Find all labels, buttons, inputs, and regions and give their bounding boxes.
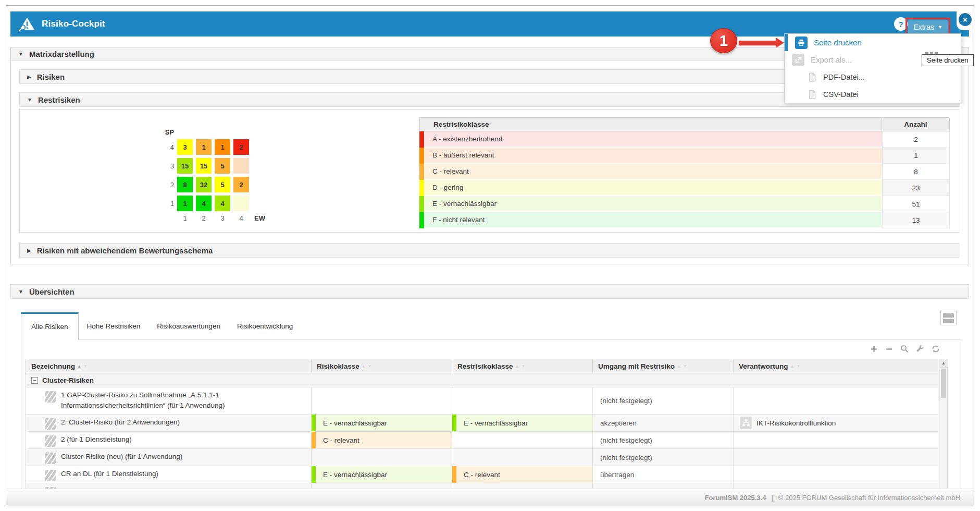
tab-risikoauswertungen[interactable]: Risikoauswertungen (148, 312, 229, 339)
risk-name: 2 (für 1 Dienstleistung) (61, 434, 132, 445)
handling-text: (nicht festgelegt) (600, 397, 652, 405)
matrix-cell[interactable]: 5 (215, 158, 230, 174)
risk-table-row[interactable]: 1 GAP-Cluster-Risiko zu Sollmaßnahme „A.… (26, 387, 938, 415)
matrix-cell[interactable]: 5 (215, 177, 230, 192)
matrix-cell[interactable]: 1 (215, 139, 230, 155)
sort-desc-icon[interactable]: ▼ (522, 364, 526, 369)
sort-desc-icon[interactable]: ▼ (368, 364, 372, 369)
sort-asc-icon[interactable]: ▲ (515, 364, 519, 369)
refresh-icon[interactable] (932, 345, 940, 353)
menu-item-label: Export als... (811, 55, 852, 64)
matrix-row: 1144 (160, 196, 273, 211)
close-button[interactable]: × (959, 13, 972, 26)
restrisiken-content: SP4311231515528325211441234EW Restrisiko… (19, 109, 960, 233)
matrix-y-axis-label: SP (160, 128, 174, 136)
tab-alle-risiken[interactable]: Alle Risiken (21, 312, 79, 339)
risk-name: Cluster-Risiko (neu) (für 1 Anwendung) (61, 452, 182, 462)
responsibility-cell (734, 466, 938, 483)
responsibility-cell (734, 387, 938, 414)
matrix-cell[interactable]: 1 (177, 196, 193, 211)
residual-class-row[interactable]: C - relevant8 (419, 164, 950, 180)
matrix-cell[interactable]: 1 (196, 139, 212, 155)
list-view-toggle-icon[interactable] (940, 311, 957, 325)
section-label: Matrixdarstellung (29, 50, 94, 58)
section-header-uebersichten[interactable]: ▼ Übersichten (10, 284, 969, 299)
column-header-bezeichnung[interactable]: Bezeichnung▲▼ (26, 359, 312, 373)
residual-class-row[interactable]: F - nicht relevant13 (419, 212, 950, 228)
risk-table-row[interactable]: Cluster-Risiko (neu) (für 1 Anwendung)(n… (26, 449, 938, 466)
app-header: Risiko-Cockpit ? Extras ▼ (10, 11, 969, 36)
sort-asc-icon[interactable]: ▲ (677, 364, 681, 369)
class-color-marker (312, 466, 316, 483)
settings-wrench-icon[interactable] (916, 345, 924, 353)
matrix-cell[interactable] (233, 196, 249, 211)
remove-icon[interactable] (885, 345, 893, 353)
scrollbar-thumb[interactable] (941, 369, 946, 398)
column-header-verantwortung[interactable]: Verantwortung▲▼ (734, 359, 938, 373)
footer-version: ForumISM 2025.3.4 (705, 494, 766, 502)
matrix-cell[interactable]: 32 (196, 177, 212, 192)
search-icon[interactable] (900, 345, 909, 353)
risk-class-cell: C - relevant (312, 432, 452, 448)
cluster-risk-icon (45, 470, 56, 481)
group-row-cluster-risiken[interactable]: −Cluster-Risiken (26, 373, 938, 387)
menu-item-pdf[interactable]: PDF-Datei... (785, 68, 961, 86)
risk-table: Bezeichnung▲▼Risikoklasse▲▼Restrisikokla… (26, 359, 938, 490)
collapse-group-icon[interactable]: − (31, 377, 38, 384)
column-header-umgang-mit-restrisiko[interactable]: Umgang mit Restrisiko▲▼ (593, 359, 734, 373)
handling-cell: übertragen (593, 466, 734, 483)
extras-button[interactable]: Extras ▼ (908, 20, 948, 34)
matrix-cell[interactable] (233, 158, 249, 174)
matrix-cell[interactable]: 15 (196, 158, 212, 174)
class-count: 8 (882, 164, 950, 180)
sort-desc-icon[interactable]: ▼ (83, 364, 88, 369)
matrix-cell[interactable]: 4 (215, 196, 230, 211)
matrix-row-label: 3 (160, 162, 174, 170)
sort-desc-icon[interactable]: ▼ (683, 364, 687, 369)
matrix-cell[interactable]: 2 (233, 177, 249, 192)
column-header-restrisikoklasse[interactable]: Restrisikoklasse▲▼ (452, 359, 593, 373)
sort-asc-icon[interactable]: ▲ (790, 364, 795, 369)
risk-table-row[interactable]: CR an DL (für 1 Dienstleistung)E - verna… (26, 466, 938, 483)
risk-table-row[interactable]: 2. Cluster-Risiko (für 2 Anwendungen)E -… (26, 415, 938, 432)
residual-class-row[interactable]: A - existenzbedrohend2 (419, 131, 950, 148)
tab-risikoentwicklung[interactable]: Risikoentwicklung (229, 312, 301, 339)
risk-table-row[interactable]: 2 (für 1 Dienstleistung)C - relevant(nic… (26, 432, 938, 449)
responsibility-cell (734, 432, 938, 448)
extras-menu: Seite drucken Export als... PDF-Datei...… (784, 33, 961, 103)
risk-name: CR an DL (für 1 Dienstleistung) (61, 469, 158, 479)
residual-class-row[interactable]: D - gering23 (419, 180, 950, 196)
printer-icon (795, 36, 808, 49)
class-color-marker (419, 212, 424, 228)
tab-hohe-restrisiken[interactable]: Hohe Restrisiken (79, 312, 149, 339)
matrix-cell[interactable]: 2 (233, 139, 249, 155)
column-header-risikoklasse[interactable]: Risikoklasse▲▼ (312, 359, 452, 373)
scroll-up-icon[interactable]: ▲ (940, 359, 947, 368)
matrix-cell[interactable]: 3 (177, 139, 193, 155)
sort-desc-icon[interactable]: ▼ (796, 364, 800, 369)
residual-class-table: Restrisikoklasse Anzahl A - existenzbedr… (419, 117, 950, 228)
table-toolbar (870, 345, 940, 353)
residual-class-cell (452, 432, 593, 448)
class-label: E - vernachlässigbar (323, 419, 387, 427)
vertical-scrollbar[interactable]: ▲ (939, 359, 948, 489)
matrix-cell[interactable]: 15 (177, 158, 193, 174)
menu-item-csv[interactable]: CSV-Datei (785, 86, 961, 103)
handling-text: übertragen (600, 471, 634, 479)
class-label: C - relevant (424, 164, 882, 180)
matrix-cell[interactable]: 4 (196, 196, 212, 211)
residual-class-row[interactable]: B - äußerst relevant1 (419, 148, 950, 164)
risk-name-cell: Cluster-Risiko (neu) (für 1 Anwendung) (26, 449, 312, 466)
matrix-x-ticks-row: 1234EW (160, 214, 273, 222)
matrix-cell[interactable]: 8 (177, 177, 193, 192)
column-header-label: Risikoklasse (317, 362, 359, 370)
residual-class-row[interactable]: E - vernachlässigbar51 (419, 196, 950, 212)
menu-item-label: Seite drucken (814, 38, 862, 47)
add-icon[interactable] (870, 345, 878, 353)
sort-asc-icon[interactable]: ▲ (77, 364, 81, 369)
class-color-marker (419, 164, 424, 180)
handling-cell: (nicht festgelegt) (593, 432, 734, 448)
annotation-arrow (739, 41, 776, 45)
sort-asc-icon[interactable]: ▲ (362, 364, 366, 369)
section-header-abweichendes-schema[interactable]: ▶ Risiken mit abweichendem Bewertungssch… (19, 243, 960, 258)
